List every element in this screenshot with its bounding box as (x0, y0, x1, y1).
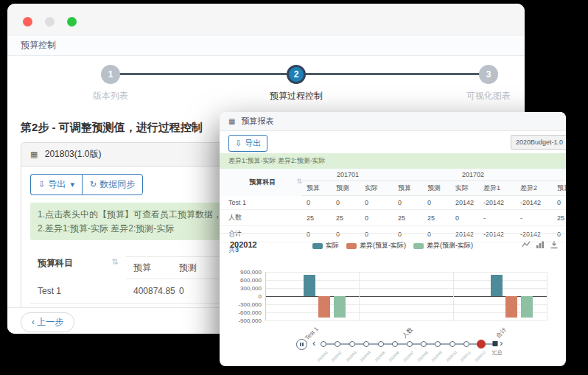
download-icon: ⇩ (235, 139, 242, 147)
col-diff1[interactable]: 差异1 (479, 181, 516, 196)
chart-legend: 实际 差异(预算-实际) 差异(预测-实际) (220, 241, 566, 250)
screen: 预算控制 1 2 3 版本列表 预算过程控制 可视化图表 第2步 - 可调整预测… (0, 0, 588, 375)
report-export-button[interactable]: ⇩导出 (228, 135, 267, 152)
timeline-item-2020/04[interactable] (363, 341, 369, 347)
sort-icon[interactable]: ⇅ (112, 257, 119, 267)
data-sync-button[interactable]: ↻数据同步 (82, 174, 143, 195)
row-name: 人数 (220, 210, 302, 226)
step-2-label: 预算过程控制 (270, 90, 323, 102)
timeline-next-arrow[interactable]: › (500, 337, 503, 348)
cell: 0 (553, 196, 566, 210)
col-diff2[interactable]: 差异2 (516, 181, 553, 196)
cell: -20142 (516, 196, 553, 210)
legend-swatch (346, 243, 357, 249)
plot-area: 900,000600,000300,0000-300,000-600,000-9… (265, 272, 547, 320)
category-gridline (547, 272, 547, 320)
close-window-button[interactable] (23, 17, 32, 27)
timeline-label: 2020/11 (459, 350, 472, 362)
cell: 25 (393, 210, 423, 226)
step-3-label: 可视化图表 (466, 90, 511, 102)
month-group-next (553, 169, 566, 181)
legend-item-actual[interactable]: 实际 (312, 241, 339, 250)
timeline-prev-arrow[interactable]: ‹ (312, 337, 315, 348)
bar-差异(预测-实际)-Test 1[interactable] (334, 296, 346, 318)
timeline-item-2020/10[interactable] (449, 341, 455, 347)
timeline-label: 2020/10 (445, 350, 458, 362)
sort-icon[interactable]: ⇅ (296, 178, 302, 185)
col-budget[interactable]: 预算 (302, 181, 332, 196)
line-chart-icon[interactable] (522, 240, 531, 249)
y-axis-tick-label: 300,000 (240, 285, 262, 292)
gridline (265, 312, 547, 313)
step-3-circle[interactable]: 3 (479, 65, 498, 84)
timeline-label: 2020/04 (359, 350, 371, 362)
play-pause-button[interactable] (296, 339, 307, 350)
zoom-window-button[interactable] (67, 17, 77, 27)
y-axis-line (265, 272, 266, 320)
timeline-item-2020/11[interactable] (463, 341, 469, 347)
cell: -20142 (479, 196, 516, 210)
cell: 0 (451, 210, 479, 226)
previous-step-button[interactable]: ‹ 上一步 (21, 312, 74, 332)
category-gridline (453, 272, 454, 320)
step-2-circle[interactable]: 2 (287, 65, 306, 84)
col-actual[interactable]: 实际 (451, 181, 479, 196)
export-button[interactable]: ⇩导出 ▾ (30, 174, 82, 195)
report-title: 预算报表 (242, 116, 274, 125)
col-budget[interactable]: 预算 (393, 181, 423, 196)
timeline-label: 2020/03 (345, 350, 357, 362)
col-budget[interactable]: 预算 (553, 181, 566, 196)
minimize-window-button[interactable] (45, 17, 55, 27)
cell: 20142 (451, 196, 479, 210)
step-1-label: 版本列表 (93, 90, 128, 102)
legend-item-diff-forecast[interactable]: 差异(预测-实际) (413, 241, 473, 250)
cell-forecast: 0 (172, 279, 217, 304)
timeline-label: 2020/06 (388, 350, 400, 362)
timeline-item-2020/05[interactable] (378, 341, 384, 347)
bar-实际-Test 1[interactable] (304, 275, 315, 296)
timeline-item-2020/07[interactable] (407, 341, 413, 347)
col-actual[interactable]: 实际 (360, 181, 393, 196)
timeline-item-汇总[interactable] (493, 341, 498, 346)
report-table: ⇅ 预算科目 201701 201702 预算 预测 实际 预算 预测 实际 差… (220, 169, 566, 242)
column-header-subject: ⇅ 预算科目 (220, 169, 302, 196)
step-1-circle[interactable]: 1 (101, 65, 120, 84)
panel-button-group: ⇩导出 ▾ ↻数据同步 (30, 174, 143, 195)
bar-差异(预测-实际)-合计[interactable] (521, 296, 533, 318)
col-forecast[interactable]: 预测 (423, 181, 451, 196)
timeline-item-2020/08[interactable] (421, 341, 427, 347)
save-image-icon[interactable] (550, 240, 559, 249)
timeline-item-2020/01[interactable] (321, 341, 326, 347)
bar-chart-icon[interactable] (536, 240, 545, 249)
col-forecast[interactable]: 预测 (332, 181, 360, 196)
y-axis-tick-label: -900,000 (238, 318, 262, 324)
row-name: Test 1 (30, 279, 126, 304)
timeline-label: 2020/08 (416, 350, 429, 362)
month-group-201701: 201701 (302, 169, 393, 181)
y-axis-tick-label: 600,000 (240, 277, 262, 284)
table-row: 人数 25 25 0 25 25 0 - - 25 (220, 210, 566, 226)
refresh-icon: ↻ (90, 180, 97, 189)
timeline-item-2020/03[interactable] (349, 341, 355, 347)
timeline-item-2020/06[interactable] (392, 341, 398, 347)
timeline-label: 2020/01 (316, 350, 329, 362)
budget-report-window: ▦ 预算报表 ⇩导出 2020Budget-1.0 差异1:预算-实际 差异2:… (220, 112, 566, 366)
chart-section: 202012 实际 差异(预算-实际) 差异(预测-实际) (220, 233, 566, 338)
table-grid-icon: ▦ (30, 150, 38, 158)
bar-实际-合计[interactable] (491, 275, 503, 296)
diff-legend-notice: 差异1:预算-实际 差异2:预测-实际 (220, 153, 566, 169)
timeline-item-2020/12[interactable] (477, 340, 486, 348)
timeline-item-2020/09[interactable] (435, 341, 441, 347)
bar-差异(预算-实际)-合计[interactable] (505, 296, 517, 318)
bar-差异(预算-实际)-Test 1[interactable] (318, 296, 330, 318)
timeline-item-2020/02[interactable] (335, 341, 340, 347)
cell: 25 (423, 210, 451, 226)
chart-toolbox (522, 240, 559, 249)
column-header-forecast[interactable]: 预测 (172, 257, 217, 279)
report-panel-header: ▦ 预算报表 (220, 112, 566, 131)
column-header-budget[interactable]: 预算 (126, 257, 172, 279)
version-badge[interactable]: 2020Budget-1.0 (511, 135, 566, 150)
legend-item-diff-budget[interactable]: 差异(预算-实际) (346, 241, 406, 250)
gridline (265, 320, 547, 321)
gridline (265, 304, 547, 305)
